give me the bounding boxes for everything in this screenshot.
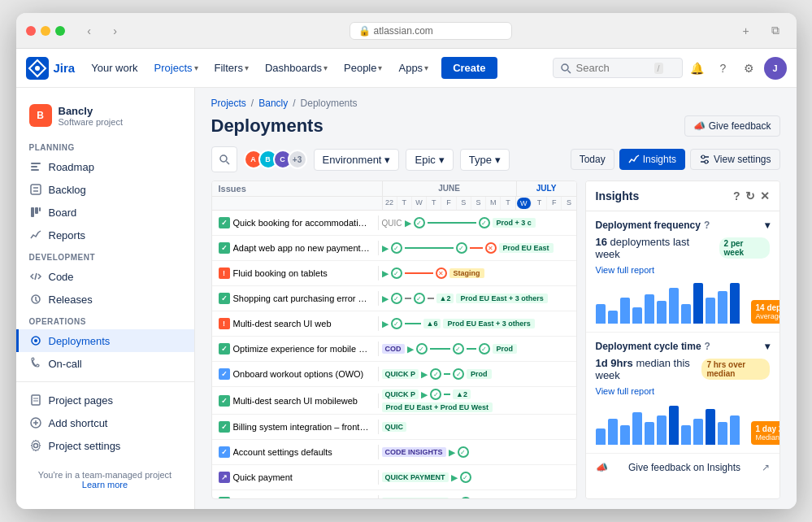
main-layout: B Bancly Software project PLANNING Roadm… bbox=[16, 88, 797, 509]
oncall-icon bbox=[29, 357, 42, 370]
today-button[interactable]: Today bbox=[571, 149, 614, 170]
sidebar-item-reports[interactable]: Reports bbox=[16, 224, 194, 246]
table-row[interactable]: ✓ Billing system integration – frontend … bbox=[212, 415, 576, 440]
apps-nav[interactable]: Apps ▾ bbox=[392, 57, 435, 79]
env-tag: Prod EU East + 3 others bbox=[456, 294, 547, 303]
sidebar-item-add-shortcut[interactable]: Add shortcut bbox=[16, 411, 194, 434]
filter-search-button[interactable] bbox=[211, 146, 237, 172]
table-row[interactable]: ! Multi-dest search UI web ▶ ✓ ▲6 Prod E… bbox=[212, 311, 576, 337]
help-button[interactable]: ? bbox=[712, 57, 735, 80]
per-week-badge: 2 per week bbox=[719, 237, 770, 259]
external-link-icon: ↗ bbox=[762, 462, 770, 473]
table-row[interactable]: ! Fluid booking on tablets ▶ ✓ ✕ Staging bbox=[212, 261, 576, 286]
people-nav[interactable]: People ▾ bbox=[337, 57, 389, 79]
insights-feedback-button[interactable]: 📣 Give feedback on Insights ↗ bbox=[586, 454, 779, 481]
your-work-nav[interactable]: Your work bbox=[85, 57, 144, 79]
day-F-3: F bbox=[547, 197, 562, 210]
check-circle: ✓ bbox=[458, 446, 469, 458]
insights-button[interactable]: Insights bbox=[619, 149, 685, 170]
help-icon[interactable]: ? bbox=[733, 189, 740, 202]
gantt-inner: CODE INSIGHTS ▶ ✓ bbox=[382, 446, 469, 458]
table-row[interactable]: ✓ Multi-dest search UI mobileweb QUICK P… bbox=[212, 387, 576, 415]
sidebar-item-board[interactable]: Board bbox=[16, 201, 194, 224]
user-avatar[interactable]: J bbox=[764, 57, 787, 80]
chevron-down-icon[interactable]: ▾ bbox=[765, 220, 770, 231]
cycle-time-title: Deployment cycle time ? ▾ bbox=[596, 341, 770, 352]
logo[interactable]: Jira bbox=[26, 57, 76, 80]
day-22: 22 bbox=[383, 197, 397, 210]
sidebar-item-backlog[interactable]: Backlog bbox=[16, 178, 194, 201]
check-circle: ✓ bbox=[416, 343, 428, 355]
type-filter[interactable]: Type ▾ bbox=[460, 149, 510, 171]
insights-title: Insights bbox=[596, 189, 640, 202]
cycle-sublabel: Median cycle time, last 12 weeks bbox=[756, 433, 780, 442]
cycle-help-icon[interactable]: ? bbox=[705, 341, 710, 352]
maximize-button[interactable] bbox=[55, 26, 65, 36]
table-row[interactable]: ✓ Shopping cart purchasing error – quick… bbox=[212, 286, 576, 311]
svg-point-24 bbox=[220, 155, 227, 162]
table-row[interactable]: ✓ Quick booking for accommodations QUIC … bbox=[212, 211, 576, 236]
close-icon[interactable]: ✕ bbox=[760, 189, 770, 202]
projects-nav[interactable]: Projects ▾ bbox=[148, 57, 205, 79]
code-label: Code bbox=[49, 271, 74, 283]
table-row[interactable]: ✓ Onboard workout options (OWO) QUICK P … bbox=[212, 362, 576, 387]
dash-line bbox=[405, 298, 411, 299]
url-bar[interactable]: 🔒 atlassian.com bbox=[350, 22, 512, 40]
frequency-help-icon[interactable]: ? bbox=[704, 220, 710, 231]
chevron-down-icon: ▾ bbox=[384, 154, 390, 166]
check-circle: ✓ bbox=[391, 268, 402, 279]
table-row[interactable]: ✓ Fast trip search QUICK PAYMENT ▶ ✓ bbox=[212, 490, 576, 498]
gantt-cell: QUIC bbox=[379, 415, 576, 439]
settings-button[interactable]: ⚙ bbox=[738, 57, 761, 80]
minimize-button[interactable] bbox=[41, 26, 50, 36]
feedback-button[interactable]: 📣 Give feedback bbox=[684, 115, 780, 137]
search-input[interactable] bbox=[576, 62, 649, 74]
epic-filter[interactable]: Epic ▾ bbox=[406, 149, 453, 171]
cycle-view-report-link[interactable]: View full report bbox=[596, 386, 770, 396]
dashboards-nav[interactable]: Dashboards ▾ bbox=[258, 57, 334, 79]
new-tab-button[interactable]: + bbox=[735, 22, 758, 40]
table-row[interactable]: ↗ Quick payment QUICK PAYMENT ▶ ✓ bbox=[212, 465, 576, 490]
panel-row: Issues JUNE JULY 22 T W bbox=[195, 181, 797, 509]
chevron-down-icon[interactable]: ▾ bbox=[765, 341, 770, 352]
bar-5 bbox=[645, 294, 654, 324]
search-bar[interactable]: / bbox=[553, 58, 683, 78]
table-row[interactable]: ✓ Account settings defaults CODE INSIGHT… bbox=[212, 440, 576, 465]
assignee-avatars[interactable]: A B C +3 bbox=[244, 150, 307, 169]
back-button[interactable]: ‹ bbox=[78, 22, 101, 40]
table-header: Issues JUNE JULY 22 T W bbox=[212, 181, 576, 211]
learn-more-link[interactable]: Learn more bbox=[82, 480, 128, 489]
view-full-report-link[interactable]: View full report bbox=[596, 265, 770, 275]
gantt-cell: QUICK PAYMENT ▶ ✓ bbox=[379, 465, 576, 489]
notifications-button[interactable]: 🔔 bbox=[686, 57, 709, 80]
cycle-time-value: 1 day 2 hours bbox=[756, 424, 780, 433]
sidebar-item-project-pages[interactable]: Project pages bbox=[16, 389, 194, 411]
megaphone-icon: 📣 bbox=[693, 120, 706, 132]
environment-filter[interactable]: Environment ▾ bbox=[314, 149, 400, 171]
lock-icon: 🔒 bbox=[358, 25, 371, 37]
frequency-bar-chart bbox=[596, 283, 740, 324]
projects-breadcrumb[interactable]: Projects bbox=[211, 98, 246, 109]
tabs-button[interactable]: ⧉ bbox=[764, 22, 787, 40]
story-icon: ✓ bbox=[219, 497, 230, 498]
sidebar-item-deployments[interactable]: Deployments bbox=[16, 329, 194, 352]
filters-nav[interactable]: Filters ▾ bbox=[208, 57, 255, 79]
create-button[interactable]: Create bbox=[441, 57, 497, 79]
view-settings-button[interactable]: View settings bbox=[690, 149, 779, 170]
sidebar-item-roadmap[interactable]: Roadmap bbox=[16, 155, 194, 178]
sidebar-item-project-settings[interactable]: Project settings bbox=[16, 434, 194, 457]
red-line bbox=[405, 272, 433, 274]
sidebar-item-on-call[interactable]: On-call bbox=[16, 352, 194, 375]
gantt-inner: ▶ ✓ ✕ Staging bbox=[382, 268, 484, 279]
on-call-label: On-call bbox=[49, 358, 82, 370]
task-icon: ✓ bbox=[219, 446, 230, 458]
sidebar-item-releases[interactable]: Releases bbox=[16, 288, 194, 311]
table-row[interactable]: ✓ Adapt web app no new payments provide.… bbox=[212, 236, 576, 261]
close-button[interactable] bbox=[26, 26, 36, 36]
forward-button[interactable]: › bbox=[104, 22, 127, 40]
table-row[interactable]: ✓ Optimize experience for mobile web COD… bbox=[212, 337, 576, 362]
sidebar-item-code[interactable]: Code bbox=[16, 265, 194, 288]
project-breadcrumb[interactable]: Bancly bbox=[258, 98, 288, 109]
check-circle: ✓ bbox=[460, 497, 471, 498]
refresh-icon[interactable]: ↻ bbox=[745, 189, 755, 202]
